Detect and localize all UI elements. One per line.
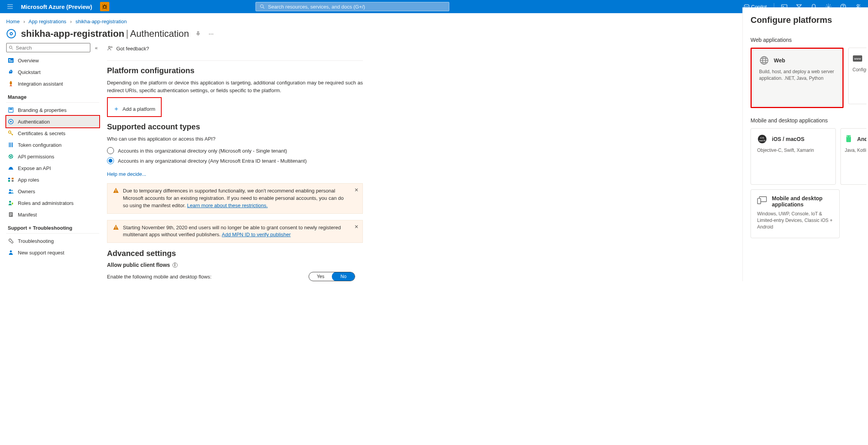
sidebar-label: New support request [18, 250, 64, 256]
app-registration-icon [6, 29, 16, 39]
svg-rect-25 [9, 169, 13, 170]
sidebar-item-roles-admins[interactable]: Roles and administrators [6, 197, 99, 209]
branding-icon [8, 107, 14, 113]
sidebar-search[interactable] [6, 43, 90, 52]
sidebar-label: API permissions [18, 154, 54, 160]
platform-card-web[interactable]: Web Build, host, and deploy a web server… [752, 50, 842, 106]
sidebar-label: Manifest [18, 212, 37, 218]
sidebar-item-overview[interactable]: Overview [6, 55, 99, 66]
platform-card-ios[interactable]: iOSmacOS iOS / macOS Objective-C, Swift,… [751, 128, 836, 185]
collapse-sidebar-icon[interactable]: « [93, 43, 99, 52]
page-title: shikha-app-registration|Authentication [21, 28, 189, 39]
svg-rect-27 [12, 178, 14, 179]
apcf-desc: Enable the following mobile and desktop … [107, 274, 212, 280]
close-icon[interactable]: ✕ [354, 187, 359, 194]
svg-point-0 [103, 5, 106, 8]
toggle-yes: Yes [309, 272, 332, 281]
sidebar-item-quickstart[interactable]: Quickstart [6, 66, 99, 78]
troubleshooting-icon [8, 238, 14, 244]
advanced-settings-heading: Advanced settings [107, 249, 363, 258]
sidebar-item-integration-assistant[interactable]: Integration assistant [6, 78, 99, 89]
hamburger-menu-icon[interactable] [3, 1, 17, 12]
rocket-icon [8, 81, 14, 87]
divider [107, 60, 363, 61]
owners-icon [8, 188, 14, 194]
sidebar-item-certificates[interactable]: Certificates & secrets [6, 127, 99, 139]
main-content: Got feedback? Platform configurations De… [99, 43, 371, 281]
sidebar-item-expose-api[interactable]: Expose an API [6, 162, 99, 174]
svg-point-16 [10, 71, 12, 72]
got-feedback-link[interactable]: Got feedback? [107, 45, 149, 52]
svg-point-37 [10, 251, 12, 253]
sidebar-item-owners[interactable]: Owners [6, 186, 99, 197]
svg-point-9 [857, 5, 859, 7]
svg-point-31 [11, 190, 13, 191]
svg-point-38 [109, 46, 110, 48]
configure-platforms-panel: Configure platforms Web applications Web… [742, 7, 868, 281]
card-desc: Configure browser and progress Javascrip… [852, 67, 866, 73]
add-platform-button[interactable]: ＋ Add a platform [108, 102, 161, 116]
svg-rect-53 [758, 198, 761, 204]
sidebar-search-input[interactable] [16, 45, 88, 51]
svg-text:macOS: macOS [759, 139, 766, 142]
pin-icon[interactable] [194, 29, 202, 38]
panel-title: Configure platforms [751, 15, 866, 25]
svg-rect-22 [10, 143, 11, 147]
svg-rect-23 [12, 143, 13, 147]
close-icon[interactable]: ✕ [354, 223, 359, 231]
svg-text:www: www [854, 57, 861, 60]
card-desc: Objective-C, Swift, Xamarin [757, 147, 829, 154]
platform-card-spa[interactable]: www Single Configure browser and progres… [848, 48, 866, 104]
svg-point-30 [9, 189, 11, 191]
sidebar-item-troubleshooting[interactable]: Troubleshooting [6, 235, 99, 247]
svg-point-4 [747, 6, 748, 7]
radio-single-tenant[interactable]: Accounts in this organizational director… [107, 146, 363, 156]
svg-rect-13 [9, 59, 10, 60]
platform-config-desc: Depending on the platform or device this… [107, 79, 363, 94]
svg-rect-15 [9, 62, 13, 62]
svg-rect-18 [9, 108, 12, 110]
card-title: iOS / macOS [772, 136, 804, 142]
svg-rect-40 [116, 192, 116, 192]
breadcrumb-current[interactable]: shikha-app-registration [76, 19, 127, 24]
supported-account-types-heading: Supported account types [107, 122, 363, 131]
key-icon [8, 130, 14, 136]
desktop-icon [757, 195, 767, 205]
bug-icon[interactable] [100, 2, 109, 11]
sidebar-item-authentication[interactable]: Authentication [6, 116, 99, 127]
svg-rect-34 [10, 213, 12, 214]
manifest-icon [8, 211, 14, 218]
sidebar-item-api-permissions[interactable]: API permissions [6, 151, 99, 162]
platform-card-desktop[interactable]: Mobile and desktop applications Windows,… [751, 189, 840, 238]
global-search[interactable] [255, 2, 449, 11]
sidebar-item-new-support-request[interactable]: New support request [6, 247, 99, 258]
platform-card-android[interactable]: Android Java, Kotlin, Xamarin [840, 128, 866, 185]
svg-point-10 [7, 29, 16, 38]
sidebar-item-app-roles[interactable]: App roles [6, 174, 99, 186]
sidebar-item-manifest[interactable]: Manifest [6, 209, 99, 220]
warning-personal-accounts: Due to temporary differences in supporte… [107, 183, 363, 214]
roles-admins-icon [8, 200, 14, 206]
learn-more-restrictions-link[interactable]: Learn more about these restrictions. [187, 203, 267, 208]
expose-api-icon [8, 165, 14, 171]
app-name: shikha-app-registration [21, 28, 124, 39]
public-client-flows-toggle[interactable]: Yes No [309, 272, 355, 281]
svg-rect-26 [8, 178, 10, 179]
sidebar-label: Overview [18, 58, 39, 64]
sidebar-item-token-config[interactable]: Token configuration [6, 139, 99, 151]
breadcrumb-app-registrations[interactable]: App registrations [29, 19, 67, 24]
help-me-decide-link[interactable]: Help me decide... [107, 171, 146, 177]
add-mpn-id-link[interactable]: Add MPN ID to verify publisher [222, 232, 291, 237]
svg-point-11 [9, 46, 12, 48]
global-search-input[interactable] [268, 4, 445, 10]
add-platform-label: Add a platform [123, 106, 155, 112]
page-title-row: shikha-app-registration|Authentication ⋯ [0, 27, 868, 43]
breadcrumb-home[interactable]: Home [6, 19, 20, 24]
more-icon[interactable]: ⋯ [207, 29, 215, 38]
info-icon[interactable]: i [173, 263, 178, 268]
sidebar-item-branding[interactable]: Branding & properties [6, 104, 99, 116]
radio-multitenant[interactable]: Accounts in any organizational directory… [107, 156, 363, 166]
sidebar-label: App roles [18, 177, 39, 183]
feedback-label: Got feedback? [116, 46, 149, 52]
sidebar-label: Authentication [18, 119, 50, 125]
